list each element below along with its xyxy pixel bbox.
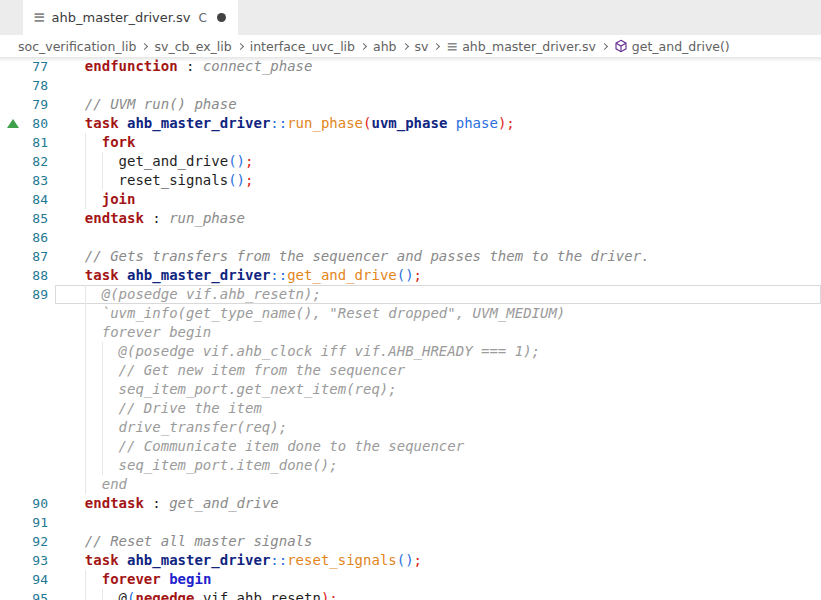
code-line[interactable]: 85 endtask : run_phase	[0, 209, 821, 228]
code-text: // UVM run() phase	[68, 96, 237, 112]
code-line-content[interactable]: drive_transfer(req);	[55, 418, 821, 437]
code-line[interactable]: 79 // UVM run() phase	[0, 95, 821, 114]
tab-ahb-master-driver[interactable]: ≡ ahb_master_driver.sv C	[23, 0, 238, 35]
code-text: endtask : run_phase	[68, 210, 245, 226]
chevron-right-icon	[402, 42, 409, 49]
code-line[interactable]: 87 // Gets transfers from the sequencer …	[0, 247, 821, 266]
code-line-content[interactable]: forever begin	[55, 570, 821, 589]
line-number: 82	[32, 154, 48, 169]
breadcrumb-item[interactable]: sv	[415, 39, 429, 54]
code-line-content[interactable]: task ahb_master_driver::reset_signals();	[55, 551, 821, 570]
code-line-content[interactable]: reset_signals();	[55, 171, 821, 190]
code-line-content[interactable]: `uvm_info(get_type_name(), "Reset droppe…	[55, 304, 821, 323]
modified-dot-icon[interactable]	[217, 13, 226, 22]
code-line[interactable]: 80 task ahb_master_driver::run_phase(uvm…	[0, 114, 821, 133]
line-number: 87	[32, 249, 48, 264]
breadcrumb-label: interface_uvc_lib	[250, 39, 355, 54]
code-line-content[interactable]	[55, 228, 821, 247]
breadcrumb-label: ahb_master_driver.sv	[462, 39, 596, 54]
current-line[interactable]: @(posedge vif.ahb_resetn);	[55, 285, 821, 304]
change-marker-icon[interactable]	[7, 119, 19, 128]
gutter	[0, 437, 55, 456]
code-line[interactable]: drive_transfer(req);	[0, 418, 821, 437]
code-line-content[interactable]: // Gets transfers from the sequencer and…	[55, 247, 821, 266]
breadcrumb-label: soc_verification_lib	[18, 39, 136, 54]
breadcrumb-item[interactable]: ahb	[373, 39, 397, 54]
breadcrumb-item[interactable]: get_and_drive()	[614, 39, 730, 54]
code-line[interactable]: 81 fork	[0, 133, 821, 152]
gutter: 86	[0, 228, 55, 247]
line-number: 78	[32, 78, 48, 93]
code-line[interactable]: 88 task ahb_master_driver::get_and_drive…	[0, 266, 821, 285]
code-line[interactable]: 93 task ahb_master_driver::reset_signals…	[0, 551, 821, 570]
gutter: 84	[0, 190, 55, 209]
code-line[interactable]: 77 endfunction : connect_phase	[0, 57, 821, 76]
line-number: 91	[32, 515, 48, 530]
gutter	[0, 323, 55, 342]
code-line-content[interactable]: task ahb_master_driver::run_phase(uvm_ph…	[55, 114, 821, 133]
code-line[interactable]: 83 reset_signals();	[0, 171, 821, 190]
code-line[interactable]: 94 forever begin	[0, 570, 821, 589]
code-text: forever begin	[68, 324, 211, 340]
code-line-content[interactable]: get_and_drive();	[55, 152, 821, 171]
breadcrumb-item[interactable]: ≡ahb_master_driver.sv	[446, 39, 595, 54]
code-line[interactable]: 89 @(posedge vif.ahb_resetn);	[0, 285, 821, 304]
code-line-content[interactable]: // UVM run() phase	[55, 95, 821, 114]
code-line[interactable]: // Drive the item	[0, 399, 821, 418]
code-line[interactable]: // Communicate item done to the sequence…	[0, 437, 821, 456]
line-number: 94	[32, 572, 48, 587]
code-line-content[interactable]: forever begin	[55, 323, 821, 342]
code-line-content[interactable]: task ahb_master_driver::get_and_drive();	[55, 266, 821, 285]
breadcrumb-label: sv	[415, 39, 429, 54]
code-line[interactable]: 91	[0, 513, 821, 532]
line-number: 92	[32, 534, 48, 549]
code-line[interactable]: 92 // Reset all master signals	[0, 532, 821, 551]
code-line[interactable]: 82 get_and_drive();	[0, 152, 821, 171]
code-line[interactable]: 90 endtask : get_and_drive	[0, 494, 821, 513]
code-line-content[interactable]: end	[55, 475, 821, 494]
code-text: endfunction : connect_phase	[68, 58, 312, 74]
code-text: task ahb_master_driver::get_and_drive();	[68, 267, 422, 283]
code-line[interactable]: 78	[0, 76, 821, 95]
code-line[interactable]: 95 @(negedge vif.ahb_resetn);	[0, 589, 821, 600]
code-line[interactable]: `uvm_info(get_type_name(), "Reset droppe…	[0, 304, 821, 323]
code-line[interactable]: end	[0, 475, 821, 494]
code-line-content[interactable]: seq_item_port.get_next_item(req);	[55, 380, 821, 399]
code-editor[interactable]: 77 endfunction : connect_phase7879 // UV…	[0, 57, 821, 600]
code-line[interactable]: 84 join	[0, 190, 821, 209]
code-line-content[interactable]: // Drive the item	[55, 399, 821, 418]
file-lines-icon: ≡	[446, 39, 458, 53]
gutter: 89	[0, 285, 55, 304]
code-line[interactable]: forever begin	[0, 323, 821, 342]
breadcrumb-item[interactable]: sv_cb_ex_lib	[154, 39, 231, 54]
code-line-content[interactable]: @(posedge vif.ahb_clock iff vif.AHB_HREA…	[55, 342, 821, 361]
line-number: 93	[32, 553, 48, 568]
code-line-content[interactable]	[55, 76, 821, 95]
breadcrumb-item[interactable]: soc_verification_lib	[18, 39, 136, 54]
code-line-content[interactable]: // Get new item from the sequencer	[55, 361, 821, 380]
code-line-content[interactable]: // Reset all master signals	[55, 532, 821, 551]
code-line-content[interactable]: join	[55, 190, 821, 209]
gutter	[0, 342, 55, 361]
symbol-method-icon	[614, 39, 628, 53]
code-line[interactable]: seq_item_port.item_done();	[0, 456, 821, 475]
line-number: 85	[32, 211, 48, 226]
breadcrumb-item[interactable]: interface_uvc_lib	[250, 39, 355, 54]
code-line-content[interactable]: endtask : run_phase	[55, 209, 821, 228]
code-line[interactable]: 86	[0, 228, 821, 247]
code-line-content[interactable]: endfunction : connect_phase	[55, 57, 821, 76]
code-line[interactable]: // Get new item from the sequencer	[0, 361, 821, 380]
code-text: // Get new item from the sequencer	[68, 362, 405, 378]
code-line[interactable]: @(posedge vif.ahb_clock iff vif.AHB_HREA…	[0, 342, 821, 361]
code-line[interactable]: seq_item_port.get_next_item(req);	[0, 380, 821, 399]
code-text: // Reset all master signals	[68, 533, 312, 549]
code-line-content[interactable]: fork	[55, 133, 821, 152]
code-text: fork	[68, 134, 135, 150]
code-line-content[interactable]	[55, 513, 821, 532]
gutter	[0, 418, 55, 437]
code-line-content[interactable]: // Communicate item done to the sequence…	[55, 437, 821, 456]
gutter: 95	[0, 589, 55, 600]
code-line-content[interactable]: seq_item_port.item_done();	[55, 456, 821, 475]
code-line-content[interactable]: endtask : get_and_drive	[55, 494, 821, 513]
code-line-content[interactable]: @(negedge vif.ahb_resetn);	[55, 589, 821, 600]
